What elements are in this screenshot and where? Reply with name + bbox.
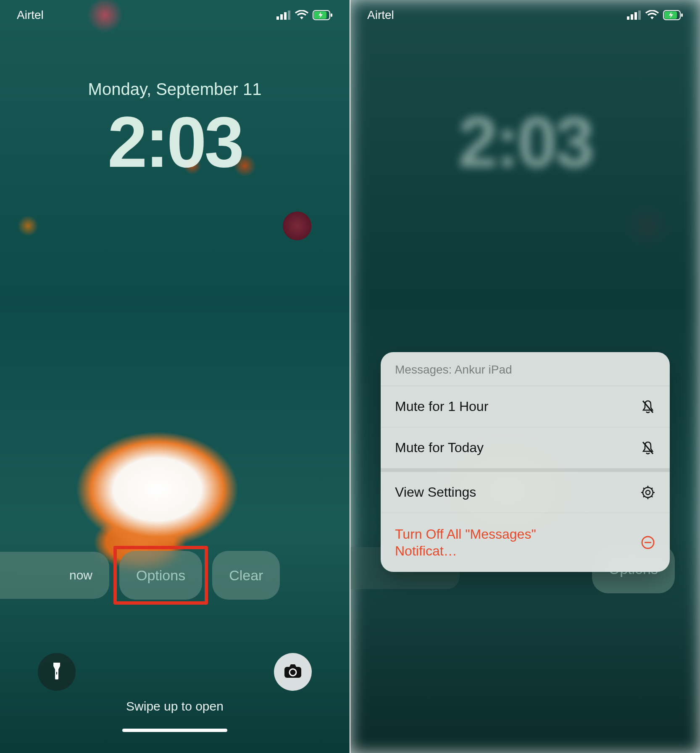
swipe-hint: Swipe up to open: [126, 699, 224, 714]
svg-line-26: [651, 496, 653, 497]
battery-icon: [313, 10, 333, 20]
context-menu-header: Messages: Ankur iPad: [381, 352, 670, 386]
gear-icon: [640, 485, 655, 500]
svg-rect-3: [288, 11, 290, 20]
turn-off-all-item[interactable]: Turn Off All "Messages" Notificat…: [381, 513, 670, 572]
view-settings-item[interactable]: View Settings: [381, 469, 670, 513]
camera-button[interactable]: [274, 653, 312, 691]
options-label: Options: [136, 567, 185, 584]
svg-line-17: [643, 401, 653, 413]
svg-rect-7: [56, 672, 57, 674]
svg-rect-6: [331, 13, 332, 17]
carrier-label: Airtel: [367, 8, 394, 22]
cellular-icon: [276, 11, 291, 20]
notification-timestamp: now: [69, 568, 92, 582]
svg-line-28: [651, 488, 653, 489]
cellular-icon: [627, 11, 641, 20]
status-bar: Airtel: [0, 0, 350, 30]
svg-rect-10: [627, 16, 629, 20]
view-settings-label: View Settings: [395, 484, 640, 500]
phone-right: Airtel 2:03 Messages: Ankur iPad Mute fo…: [350, 0, 700, 753]
notification-options-menu: Messages: Ankur iPad Mute for 1 Hour Mut…: [381, 352, 670, 572]
turn-off-all-label: Turn Off All "Messages" Notificat…: [395, 526, 563, 559]
clear-button[interactable]: Clear: [212, 551, 280, 600]
mute-1-hour-item[interactable]: Mute for 1 Hour: [381, 386, 670, 427]
carrier-label: Airtel: [17, 8, 44, 22]
svg-rect-11: [631, 14, 633, 20]
bell-slash-icon: [640, 399, 655, 414]
mute-today-item[interactable]: Mute for Today: [381, 427, 670, 469]
options-button[interactable]: Options: [119, 551, 202, 600]
status-right: [627, 10, 683, 20]
svg-line-27: [643, 496, 645, 497]
svg-line-25: [643, 488, 645, 489]
lockscreen-date: Monday, September 11: [0, 80, 350, 99]
flashlight-icon: [49, 662, 64, 682]
mute-today-label: Mute for Today: [395, 440, 640, 455]
lockscreen-shortcut-row: [0, 653, 350, 691]
svg-line-18: [643, 442, 653, 454]
clear-label: Clear: [229, 567, 263, 584]
camera-icon: [284, 663, 302, 680]
phone-left: Airtel Monday, September 11 2:03 now Opt…: [0, 0, 350, 753]
svg-rect-2: [284, 12, 287, 20]
svg-rect-12: [634, 12, 637, 20]
bell-slash-icon: [640, 440, 655, 455]
svg-rect-16: [681, 13, 683, 17]
lockscreen-time: 2:03: [0, 101, 350, 183]
notification-card[interactable]: now: [0, 552, 109, 599]
battery-icon: [663, 10, 683, 20]
svg-rect-1: [280, 14, 283, 20]
home-indicator[interactable]: [122, 729, 227, 732]
svg-rect-0: [276, 16, 279, 20]
svg-rect-13: [638, 11, 641, 20]
status-right: [276, 10, 333, 20]
status-bar: Airtel: [350, 0, 700, 30]
wifi-icon: [295, 10, 308, 20]
wifi-icon: [645, 10, 659, 20]
flashlight-button[interactable]: [38, 653, 76, 691]
mute-1-hour-label: Mute for 1 Hour: [395, 399, 640, 414]
minus-circle-icon: [640, 535, 655, 550]
notification-actions-row: now Options Clear: [0, 551, 350, 600]
lockscreen-time-blurred: 2:03: [350, 101, 700, 183]
lockscreen-bottom: Swipe up to open: [0, 653, 350, 732]
svg-point-20: [646, 490, 650, 495]
